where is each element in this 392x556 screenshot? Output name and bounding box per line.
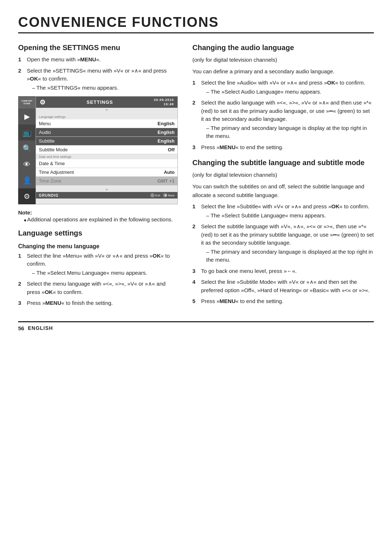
- row-value: English: [158, 121, 175, 126]
- step-content: Select the line »Subtitle« with »V« or »…: [201, 203, 374, 220]
- step-content: Select the audio language with »<«, »>«,…: [201, 99, 374, 140]
- step-content: Press »MENU« to finish the setting.: [27, 299, 178, 307]
- step-num: 1: [192, 79, 198, 96]
- note-section: Note: Additional operations are explaine…: [18, 209, 178, 224]
- note-title: Note:: [18, 209, 178, 216]
- sidebar-icon-eye: 👁: [18, 156, 36, 172]
- step-num: 2: [192, 222, 198, 264]
- language-label: ENGLISH: [28, 325, 53, 331]
- right-column: Changing the audio language (only for di…: [192, 44, 374, 310]
- menu-row-audio: Audio English: [36, 128, 177, 137]
- subtitle-intro: You can switch the subtitles on and off,…: [192, 182, 374, 200]
- step-content: Press »MENU« to end the setting.: [201, 297, 374, 306]
- changing-menu-steps: 1 Select the line »Menu« with »V« or »∧«…: [18, 252, 178, 307]
- left-column: Opening the SETTINGS menu 1 Open the men…: [18, 44, 178, 310]
- page-title: CONVENIENCE FUNCTIONS: [18, 15, 374, 33]
- step-2-audio: 2 Select the audio language with »<«, »>…: [192, 99, 374, 140]
- back-label: Back: [168, 194, 175, 197]
- back-circle-icon: ◀: [163, 193, 167, 197]
- footer-exit-btn: ○ Exit: [150, 193, 160, 197]
- step-3-menu: 3 Press »MENU« to finish the setting.: [18, 299, 178, 307]
- exit-label: Exit: [155, 194, 160, 197]
- row-value-subtitle-mode: Off: [168, 147, 175, 152]
- menu-row-subtitle-mode: Subtitle Mode Off: [36, 146, 177, 154]
- step-content: Press »MENU« to end the setting.: [201, 143, 374, 152]
- step-num: 4: [192, 278, 198, 294]
- step-num: 2: [18, 280, 24, 296]
- menu-date: 20.09.2010: [154, 98, 174, 102]
- sub-note: The »Select Audio Language« menu appears…: [201, 88, 374, 96]
- changing-menu-title: Changing the menu language: [18, 243, 178, 250]
- step-num: 1: [18, 56, 24, 64]
- page-number: 56: [18, 325, 24, 331]
- note-item: Additional operations are explained in t…: [18, 216, 178, 224]
- step-num: 3: [192, 143, 198, 152]
- audio-steps: 1 Select the line »Audio« with »V« or »∧…: [192, 79, 374, 151]
- sub-note: The »Select Menu Language« menu appears.: [27, 269, 178, 277]
- menu-date-time: 20.09.2010 15:48: [154, 98, 174, 106]
- row-value: Auto: [164, 169, 175, 175]
- step-content: To go back one menu level, press »←«.: [201, 267, 374, 275]
- menu-arrow-down: ⌄: [36, 185, 177, 192]
- step-3-subtitle: 3 To go back one menu level, press »←«.: [192, 267, 374, 275]
- step-content: Select the line »Menu« with »V« or »∧« a…: [27, 252, 178, 277]
- settings-menu-simulation: COMFORTGUIDE ▶ 📺 🔍 👁 👤 ⚙ ⚙ SETTINGS 20.0…: [18, 96, 178, 204]
- page-footer: 56 ENGLISH: [18, 321, 374, 331]
- sidebar-icon-search: 🔍: [18, 140, 36, 156]
- sub-note: The primary and secondary language is di…: [201, 124, 374, 140]
- row-value-audio: English: [158, 130, 175, 135]
- step-3-audio: 3 Press »MENU« to end the setting.: [192, 143, 374, 152]
- changing-menu-section: Changing the menu language 1 Select the …: [18, 243, 178, 307]
- step-num: 3: [18, 299, 24, 307]
- changing-audio-title: Changing the audio language: [192, 44, 374, 52]
- comfort-guide: COMFORTGUIDE: [18, 96, 36, 109]
- changing-subtitle-title: Changing the subtitle language and subti…: [192, 159, 374, 167]
- step-1-menu: 1 Select the line »Menu« with »V« or »∧«…: [18, 252, 178, 277]
- exit-circle-icon: ○: [150, 193, 155, 197]
- step-1-audio: 1 Select the line »Audio« with »V« or »∧…: [192, 79, 374, 96]
- menu-row-subtitle: Subtitle English: [36, 137, 177, 146]
- step-content: Select the »SETTINGS« menu with »V« or »…: [27, 67, 178, 92]
- audio-intro: You can define a primary and a secondary…: [192, 67, 374, 76]
- sub-note: The »Select Subtitle Language« menu appe…: [201, 212, 374, 220]
- sub-note: The primary and secondary language is di…: [201, 248, 374, 264]
- step-num: 5: [192, 297, 198, 306]
- menu-header-title: SETTINGS: [86, 99, 113, 105]
- row-label: Menu: [39, 121, 51, 126]
- step-num: 2: [192, 99, 198, 140]
- sidebar-icon-user: 👤: [18, 172, 36, 188]
- step-content: Select the line »Audio« with »V« or »∧« …: [201, 79, 374, 96]
- note-list: Additional operations are explained in t…: [18, 216, 178, 224]
- step-num: 1: [192, 203, 198, 220]
- step-1-open: 1 Open the menu with »MENU«.: [18, 56, 178, 64]
- step-2-settings: 2 Select the »SETTINGS« menu with »V« or…: [18, 67, 178, 92]
- subtitle-steps: 1 Select the line »Subtitle« with »V« or…: [192, 203, 374, 306]
- sidebar: COMFORTGUIDE ▶ 📺 🔍 👁 👤 ⚙: [18, 96, 36, 204]
- sidebar-icon-gear: ⚙: [18, 188, 36, 204]
- opening-settings-title: Opening the SETTINGS menu: [18, 44, 178, 52]
- menu-arrow-up: ⌃: [36, 108, 177, 114]
- menu-row-menu: Menu English: [36, 119, 177, 128]
- language-settings-title: Language settings: [18, 229, 178, 237]
- menu-row-time-adjustment: Time Adjustment Auto: [36, 168, 177, 177]
- row-value-subtitle: English: [158, 138, 175, 144]
- step-2-menu-lang: 2 Select the menu language with »<«, »>«…: [18, 280, 178, 296]
- step-content: Select the menu language with »<«, »>«, …: [27, 280, 178, 296]
- subtitle-digital-note: (only for digital television channels): [192, 171, 374, 179]
- step-5-subtitle: 5 Press »MENU« to end the setting.: [192, 297, 374, 306]
- menu-row-date-time: Date & Time: [36, 159, 177, 168]
- step-content: Select the subtitle language with »V«, »…: [201, 222, 374, 264]
- changing-audio-section: Changing the audio language (only for di…: [192, 44, 374, 151]
- menu-panel: ⚙ SETTINGS 20.09.2010 15:48 ⌃ Language s…: [36, 96, 178, 204]
- row-label: Date & Time: [39, 161, 65, 166]
- sub-note: The »SETTINGS« menu appears.: [27, 84, 178, 92]
- language-settings-section: Language settings: [18, 229, 178, 237]
- menu-header: ⚙ SETTINGS 20.09.2010 15:48: [36, 97, 177, 108]
- row-label: Subtitle Mode: [39, 147, 68, 152]
- row-label: Subtitle: [39, 138, 54, 144]
- menu-time: 15:48: [164, 102, 174, 106]
- menu-row-time-zone: Time Zone GMT +1: [36, 177, 177, 185]
- row-label: Time Zone: [39, 178, 61, 184]
- menu-header-icon: ⚙: [40, 98, 46, 106]
- datetime-section-label: Date and time settings: [36, 154, 177, 159]
